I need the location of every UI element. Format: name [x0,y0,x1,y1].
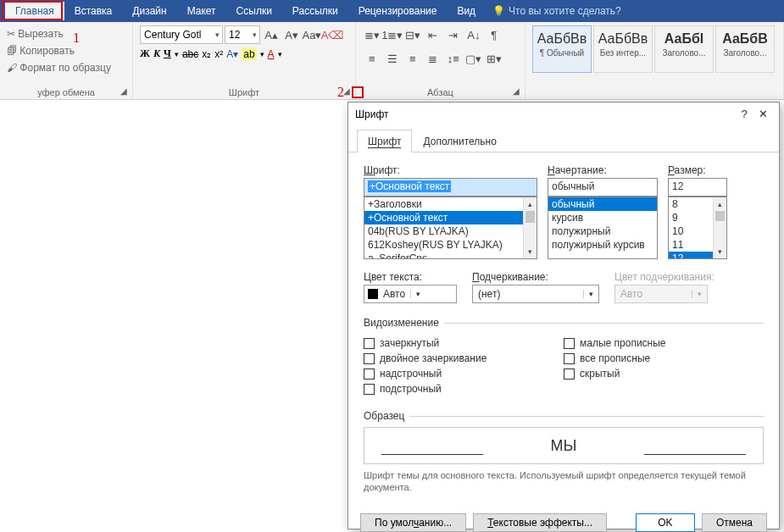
list-item[interactable]: полужирный курсив [548,238,657,252]
style-normal[interactable]: АаБбВв ¶ Обычный [532,25,592,73]
align-justify-icon[interactable]: ≣ [424,49,442,68]
callout-1-num: 1 [73,30,80,46]
tab-layout[interactable]: Макет [177,2,226,20]
highlight-button[interactable]: ab [242,48,256,60]
sort-icon[interactable]: A↓ [464,25,483,44]
style-label: Заголово... [657,48,711,58]
bold-button[interactable]: Ж [140,47,150,60]
paragraph-launcher[interactable]: ◢ [511,86,521,97]
shrink-font-icon[interactable]: A▾ [282,25,301,44]
font-color-dropdown[interactable]: Авто ▾ [364,285,457,303]
group-font-title: Шрифт [133,87,355,97]
tab-design[interactable]: Дизайн [122,2,176,20]
btn-text-effects[interactable]: Текстовые эффекты... [473,513,607,532]
font-name-input[interactable]: +Основной текст [364,178,537,197]
dlg-tab-font[interactable]: Шрифт [357,130,412,152]
chk-allcaps[interactable]: все прописные [564,351,764,366]
chk-strike[interactable]: зачеркнутый [364,335,564,351]
font-size-combo[interactable]: 12 [225,25,260,44]
format-painter-button[interactable]: 🖌 Формат по образцу [7,59,125,76]
list-item[interactable]: +Заголовки [364,197,537,211]
tell-me-text: Что вы хотите сделать? [509,5,621,17]
tab-view[interactable]: Вид [447,2,486,20]
line-spacing-icon[interactable]: ↕≡ [444,49,463,68]
tab-home[interactable]: Главная [5,2,64,20]
style-preview: АаБбI [657,28,711,48]
text-effects-button[interactable]: A▾ [226,48,238,60]
superscript-button[interactable]: x² [214,48,223,60]
clear-format-icon[interactable]: A⌫ [323,25,342,44]
chk-smallcaps[interactable]: малые прописные [564,335,764,351]
underline-dropdown[interactable]: (нет) ▾ [472,285,599,303]
list-item[interactable]: a_SeriferCps [364,252,537,259]
strike-button[interactable]: abc [182,48,198,60]
style-input[interactable]: обычный [548,178,658,197]
list-item[interactable]: обычный [548,197,657,211]
chk-superscript[interactable]: надстрочный [364,366,564,381]
underline-button[interactable]: Ч [164,47,171,60]
btn-default[interactable]: По умолчанию... [360,513,466,532]
show-marks-icon[interactable]: ¶ [485,25,503,44]
chk-label: двойное зачеркивание [380,352,487,364]
style-nospacing[interactable]: АаБбВв Без интер... [593,25,653,73]
decrease-indent-icon[interactable]: ⇤ [424,25,442,44]
font-name-list[interactable]: +Заголовки +Основной текст 04b(RUS BY LY… [364,197,537,259]
tab-insert[interactable]: Вставка [64,2,123,20]
list-item[interactable]: +Основной текст [364,211,537,224]
borders-icon[interactable]: ⊞▾ [485,49,503,68]
style-list[interactable]: обычный курсив полужирный полужирный кур… [548,197,658,259]
cut-button[interactable]: ✂ Вырезать [7,25,125,42]
style-preview: АаБбВ [718,28,772,48]
align-left-icon[interactable]: ≡ [363,49,381,68]
help-icon[interactable]: ? [735,108,753,120]
group-paragraph-title: Абзац [356,87,525,97]
tab-mailings[interactable]: Рассылки [282,2,348,20]
ribbon: ✂ Вырезать 🗐 Копировать 🖌 Формат по обра… [0,22,784,100]
scrollbar[interactable]: ▴▾ [713,197,726,258]
chk-label: зачеркнутый [380,337,439,349]
chk-subscript[interactable]: подстрочный [364,381,564,396]
clipboard-launcher[interactable]: ◢ [119,86,129,97]
copy-button[interactable]: 🗐 Копировать [7,42,125,59]
tell-me[interactable]: 💡 Что вы хотите сделать? [492,5,621,17]
group-paragraph: ≣▾ 1≣▾ ⊟▾ ⇤ ⇥ A↓ ¶ ≡ ☰ ≡ ≣ ↕≡ ▢▾ ⊞▾ Абза… [356,22,525,99]
style-preview: АаБбВв [596,28,650,48]
italic-button[interactable]: К [153,47,160,60]
btn-ok[interactable]: OK [636,513,695,532]
btn-cancel[interactable]: Отмена [702,513,767,532]
list-item[interactable]: 612Koshey(RUS BY LYAJKA) [364,238,537,252]
bullets-icon[interactable]: ≣▾ [363,25,381,44]
scrollbar[interactable]: ▴▾ [523,197,537,258]
effects-label: Видоизменение [364,317,439,329]
close-icon[interactable]: ✕ [753,108,772,120]
chk-dblstrike[interactable]: двойное зачеркивание [364,351,564,366]
align-right-icon[interactable]: ≡ [403,49,422,68]
change-case-icon[interactable]: Aa▾ [303,25,321,44]
style-heading1[interactable]: АаБбI Заголово... [654,25,714,73]
font-list-label: Шрифт: [364,164,537,176]
tab-review[interactable]: Рецензирование [348,2,448,20]
multilevel-icon[interactable]: ⊟▾ [403,25,422,44]
size-input[interactable]: 12 [668,178,727,197]
shading-icon[interactable]: ▢▾ [464,49,483,68]
size-list[interactable]: 8 9 10 11 12 ▴▾ [668,197,727,259]
list-item[interactable]: 04b(RUS BY LYAJKA) [364,224,537,238]
font-name-value: Century Gotl [144,29,201,41]
increase-indent-icon[interactable]: ⇥ [444,25,463,44]
style-label: Заголово... [718,48,772,58]
list-item[interactable]: курсив [548,211,657,224]
tab-references[interactable]: Ссылки [226,2,282,20]
font-color-button[interactable]: A [268,48,275,60]
numbering-icon[interactable]: 1≣▾ [383,25,402,44]
font-name-combo[interactable]: Century Gotl [140,25,223,44]
list-item[interactable]: полужирный [548,224,657,238]
group-styles: АаБбВв ¶ Обычный АаБбВв Без интер... АаБ… [525,22,784,99]
group-clipboard-title: уфер обмена [0,87,132,97]
chk-hidden[interactable]: скрытый [564,366,764,381]
style-heading2[interactable]: АаБбВ Заголово... [715,25,775,73]
chk-label: малые прописные [580,337,666,349]
dlg-tab-advanced[interactable]: Дополнительно [412,130,507,152]
grow-font-icon[interactable]: A▴ [262,25,281,44]
subscript-button[interactable]: x₂ [202,48,211,60]
align-center-icon[interactable]: ☰ [383,49,402,68]
